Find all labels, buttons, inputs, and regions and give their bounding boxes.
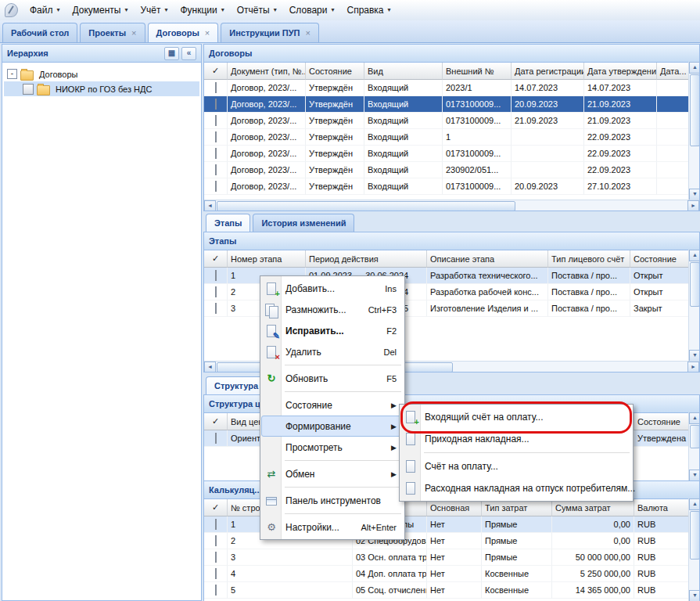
cell[interactable]: RUB [634, 582, 689, 599]
cell[interactable]: Открыт [630, 268, 689, 284]
horizontal-scrollbar[interactable]: ◄ ► [204, 200, 699, 211]
calculation-row[interactable]: 404 Доп. оплата трудаНетКосвенные5 250 0… [204, 566, 689, 582]
column-header-external-no[interactable]: Внешний № [443, 63, 512, 80]
tab-contracts[interactable]: Договоры× [148, 23, 219, 42]
cell[interactable]: Договор, 2023/... [228, 129, 306, 146]
cell[interactable] [657, 162, 689, 178]
cell[interactable]: 20.09.2023 [512, 178, 584, 195]
column-header-date[interactable]: Дата... [657, 63, 689, 80]
cell-checkbox[interactable] [204, 268, 228, 284]
menu-documents[interactable]: Документы▾ [66, 2, 135, 19]
checkbox[interactable] [215, 433, 217, 444]
column-header-check[interactable]: ✓ [204, 413, 228, 430]
close-icon[interactable]: × [131, 29, 136, 37]
cell[interactable]: 0173100009... [443, 146, 512, 162]
cell[interactable]: Косвенные [482, 582, 552, 599]
column-header-currency[interactable]: Валюта [634, 499, 689, 516]
checkbox[interactable] [215, 131, 217, 142]
menu-item-toolbar-panel[interactable]: Панель инструментов [261, 490, 404, 511]
cell[interactable]: Договор, 2023/... [228, 80, 306, 96]
cell[interactable]: Договор, 2023/... [228, 113, 306, 129]
menu-item-duplicate[interactable]: Размножить...Ctrl+F3 [261, 299, 404, 320]
checkbox[interactable] [215, 164, 217, 175]
cell[interactable]: Договор, 2023/... [228, 162, 306, 178]
scroll-up-icon[interactable]: ▲ [689, 412, 700, 424]
cell[interactable]: Утверждён [306, 96, 364, 113]
cell-checkbox[interactable] [204, 533, 228, 549]
cell[interactable]: 2023/1 [443, 80, 512, 96]
cell-checkbox[interactable] [204, 113, 228, 129]
cell[interactable]: 0,00 [552, 516, 634, 533]
cell[interactable]: Поставка / про... [548, 284, 630, 300]
scroll-right-icon[interactable]: ► [687, 362, 699, 372]
contract-row[interactable]: Договор, 2023/...УтверждёнВходящий230902… [204, 162, 689, 178]
vertical-scrollbar[interactable]: ▲ ▼ [688, 412, 699, 481]
cell[interactable]: Договор, 2023/... [228, 96, 306, 113]
cell[interactable]: Входящий [364, 113, 443, 129]
vertical-scrollbar[interactable]: ▲ ▼ [688, 498, 699, 601]
submenu-item-issue-note[interactable]: Расходная накладная на отпуск потребител… [400, 477, 632, 499]
menu-item-exchange[interactable]: ⇄Обмен▶ [261, 463, 404, 484]
scroll-right-icon[interactable]: ► [687, 200, 699, 211]
cell[interactable] [657, 146, 689, 162]
checkbox[interactable] [215, 82, 217, 93]
scroll-left-icon[interactable]: ◄ [204, 200, 216, 211]
cell[interactable]: Входящий [364, 96, 443, 113]
collapse-icon[interactable]: - [7, 69, 17, 79]
cell[interactable]: Поставка / про... [548, 268, 630, 284]
column-header-cost-sum[interactable]: Сумма затрат [552, 499, 634, 516]
cell[interactable] [657, 113, 689, 129]
column-header-kind[interactable]: Вид [364, 63, 443, 80]
tab-stages[interactable]: Этапы [206, 214, 250, 232]
scroll-track[interactable] [515, 200, 687, 211]
vertical-scrollbar[interactable]: ▲ ▼ [688, 62, 699, 200]
menu-accounting[interactable]: Учёт▾ [134, 2, 174, 19]
scroll-down-icon[interactable]: ▼ [689, 590, 700, 601]
menu-file[interactable]: Файл▾ [23, 2, 66, 19]
checkbox[interactable] [23, 84, 34, 95]
cell[interactable]: Входящий [364, 146, 443, 162]
menu-item-refresh[interactable]: ↻ОбновитьF5 [261, 368, 404, 389]
cell[interactable]: Косвенные [482, 566, 552, 582]
cell[interactable]: Нет [427, 516, 482, 533]
menu-item-view[interactable]: Просмотреть▶ [261, 437, 404, 458]
cell[interactable]: RUB [634, 516, 689, 533]
column-header-period[interactable]: Период действия [306, 250, 427, 268]
checkbox[interactable] [215, 148, 217, 159]
contract-row[interactable]: Договор, 2023/...УтверждёнВходящий017310… [204, 178, 689, 195]
cell[interactable]: Входящий [364, 80, 443, 96]
column-header-check[interactable]: ✓ [204, 63, 228, 80]
checkbox[interactable] [215, 303, 217, 314]
cell[interactable]: Нет [427, 566, 482, 582]
column-header-document[interactable]: Документ (тип, №... [228, 63, 306, 80]
column-header-reg-date[interactable]: Дата регистрации [512, 63, 584, 80]
cell[interactable]: Прямые [482, 533, 552, 549]
tree-node-niokr[interactable]: НИОКР по ГОЗ без НДС [4, 81, 199, 96]
cell-checkbox[interactable] [204, 178, 228, 195]
cell[interactable]: Нет [427, 582, 482, 599]
menu-functions[interactable]: Функции▾ [174, 2, 230, 19]
column-header-description[interactable]: Описание этапа [427, 250, 548, 268]
cell[interactable]: Утверждён [306, 178, 364, 195]
cell[interactable]: 1 [443, 129, 512, 146]
cell[interactable]: Нет [427, 533, 482, 549]
menu-reports[interactable]: Отчёты▾ [231, 2, 283, 19]
cell[interactable]: Договор, 2023/... [228, 178, 306, 195]
scroll-thumb[interactable] [690, 262, 700, 307]
cell[interactable]: 14.07.2023 [584, 80, 657, 96]
tab-change-history[interactable]: История изменений [253, 214, 354, 232]
cell-checkbox[interactable] [204, 566, 228, 582]
cell[interactable]: RUB [634, 566, 689, 582]
cell-checkbox[interactable] [204, 80, 228, 96]
cell[interactable]: 27.10.2023 [584, 178, 657, 195]
cell[interactable]: Утверждена [634, 430, 689, 447]
cell-checkbox[interactable] [204, 129, 228, 146]
cell[interactable]: 22.09.2023 [584, 162, 657, 178]
scroll-track[interactable] [689, 560, 699, 590]
column-header-state[interactable]: Состояние [634, 413, 689, 430]
tab-desktop[interactable]: Рабочий стол [2, 23, 77, 42]
scroll-track[interactable] [689, 308, 699, 350]
checkbox[interactable] [215, 519, 217, 530]
column-header-stage-no[interactable]: Номер этапа [228, 250, 306, 268]
cell[interactable]: 50 000 000,00 [552, 549, 634, 566]
